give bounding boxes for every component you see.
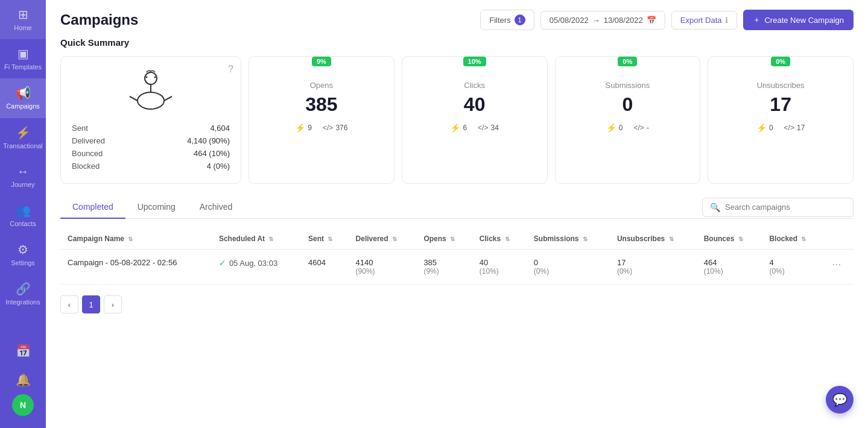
stats-list: Sent 4,604 Delivered 4,140 (90%) Bounced…: [72, 122, 230, 172]
sidebar-item-campaigns[interactable]: 📢 Campaigns: [0, 78, 46, 118]
cell-row-actions: ···: [825, 250, 854, 285]
submissions-bolt-item: ⚡ 0: [606, 123, 623, 133]
col-delivered: Delivered ⇅: [349, 228, 417, 250]
tab-archived[interactable]: Archived: [188, 196, 244, 219]
code-icon: </>: [634, 124, 644, 132]
next-page-button[interactable]: ›: [104, 295, 122, 313]
table-row: Campaign - 05-08-2022 - 02:56 ✓ 05 Aug, …: [60, 250, 854, 285]
cell-bounces: 464 (10%): [697, 250, 762, 285]
cell-sent: 4604: [301, 250, 349, 285]
clicks-value: 40: [464, 93, 486, 116]
date-to: 13/08/2022: [604, 16, 643, 25]
avatar[interactable]: N: [12, 394, 34, 416]
opens-bolt-item: ⚡ 9: [295, 123, 312, 133]
sidebar-item-settings[interactable]: ⚙ Settings: [0, 235, 46, 274]
campaigns-table: Campaign Name ⇅ Scheduled At ⇅ Sent ⇅ De…: [60, 228, 854, 285]
contacts-icon: 👥: [16, 203, 31, 218]
bell-icon: 🔔: [16, 373, 31, 387]
unsubscribes-value: 17: [770, 93, 791, 116]
col-submissions: Submissions ⇅: [527, 228, 610, 250]
filter-button[interactable]: Filters 1: [480, 10, 534, 30]
templates-icon: ▣: [17, 46, 29, 61]
stat-delivered: Delivered 4,140 (90%): [72, 134, 230, 147]
sidebar-item-label: Home: [14, 24, 31, 32]
table-header-row: Campaign Name ⇅ Scheduled At ⇅ Sent ⇅ De…: [60, 228, 854, 250]
submissions-badge: 0%: [618, 57, 637, 66]
col-sent: Sent ⇅: [301, 228, 349, 250]
page-header: Campaigns Filters 1 05/08/2022 → 13/08/2…: [60, 0, 854, 37]
filter-label: Filters: [489, 16, 510, 25]
help-icon[interactable]: ?: [228, 64, 233, 75]
cell-clicks: 40 (10%): [472, 250, 527, 285]
submissions-bolt-value: 0: [619, 124, 623, 132]
prev-page-button[interactable]: ‹: [60, 295, 78, 313]
summary-grid: ?: [60, 56, 854, 184]
create-label: Create New Campaign: [764, 16, 844, 25]
home-icon: ⊞: [18, 7, 28, 22]
clicks-code-item: </> 34: [478, 123, 499, 133]
tabs: Completed Upcoming Archived: [60, 196, 244, 218]
sidebar-item-journey[interactable]: ↔ Journey: [0, 157, 46, 196]
stat-sent-label: Sent: [72, 124, 88, 133]
svg-line-3: [164, 96, 172, 101]
journey-icon: ↔: [17, 165, 29, 178]
sidebar-item-transactional[interactable]: ⚡ Transactional: [0, 118, 46, 157]
tab-completed[interactable]: Completed: [60, 196, 125, 219]
sidebar-item-home[interactable]: ⊞ Home: [0, 0, 46, 39]
cell-scheduled-at: ✓ 05 Aug, 03:03: [212, 250, 301, 285]
sidebar-item-label: Campaigns: [6, 102, 40, 110]
clicks-bolt-value: 6: [463, 124, 467, 132]
bolt-icon: ⚡: [295, 123, 305, 133]
stat-delivered-label: Delivered: [72, 136, 105, 145]
metric-card-clicks: 10% Clicks 40 ⚡ 6 </> 34: [402, 56, 548, 184]
stat-sent: Sent 4,604: [72, 122, 230, 134]
submissions-code-item: </> -: [634, 123, 649, 133]
opens-bolt-value: 9: [308, 124, 312, 132]
create-campaign-button[interactable]: ＋ Create New Campaign: [743, 10, 854, 30]
opens-label: Opens: [310, 81, 333, 90]
unsubscribes-code-value: 17: [797, 124, 805, 132]
tabs-row: Completed Upcoming Archived 🔍: [60, 196, 854, 219]
code-icon: </>: [323, 124, 333, 132]
sidebar-item-label: Integrations: [5, 298, 40, 306]
sidebar-item-notifications[interactable]: 🔔: [0, 365, 46, 394]
date-range-picker[interactable]: 05/08/2022 → 13/08/2022 📅: [540, 11, 665, 30]
col-bounces: Bounces ⇅: [697, 228, 762, 250]
opens-code-value: 376: [335, 124, 347, 132]
quick-summary-section: Quick Summary ?: [60, 37, 854, 184]
stat-blocked-value: 4 (0%): [207, 162, 230, 171]
tab-upcoming[interactable]: Upcoming: [125, 196, 188, 219]
clicks-bolt-item: ⚡ 6: [450, 123, 467, 133]
search-input[interactable]: [725, 203, 846, 212]
calendar-picker-icon: 📅: [647, 16, 656, 25]
campaigns-icon: 📢: [16, 86, 31, 100]
sidebar-item-templates[interactable]: ▣ Fi Templates: [0, 39, 46, 78]
col-campaign-name: Campaign Name ⇅: [60, 228, 212, 250]
row-more-button[interactable]: ···: [832, 258, 841, 270]
stat-bounced-label: Bounced: [72, 149, 103, 158]
sidebar-item-calendar[interactable]: 📅: [0, 336, 46, 365]
col-actions: [825, 228, 854, 250]
export-label: Export Data: [680, 16, 722, 25]
sidebar-item-label: Settings: [11, 259, 35, 267]
unsubscribes-label: Unsubscribes: [757, 81, 805, 90]
sidebar-item-contacts[interactable]: 👥 Contacts: [0, 196, 46, 235]
opens-value: 385: [305, 93, 337, 116]
export-button[interactable]: Export Data ℹ: [671, 11, 738, 30]
sidebar-item-integrations[interactable]: 🔗 Integrations: [0, 274, 46, 313]
pagination: ‹ 1 ›: [60, 295, 854, 313]
metric-card-unsubscribes: 0% Unsubscribes 17 ⚡ 0 </> 17: [708, 56, 854, 184]
unsubscribes-code-item: </> 17: [784, 123, 805, 133]
sidebar: ⊞ Home ▣ Fi Templates 📢 Campaigns ⚡ Tran…: [0, 0, 46, 428]
chat-fab-button[interactable]: 💬: [826, 386, 854, 414]
bolt-icon: ⚡: [606, 123, 616, 133]
page-1-button[interactable]: 1: [82, 295, 100, 313]
svg-point-1: [138, 92, 164, 109]
col-opens: Opens ⇅: [416, 228, 472, 250]
search-box[interactable]: 🔍: [702, 198, 854, 217]
main-content: Campaigns Filters 1 05/08/2022 → 13/08/2…: [46, 0, 868, 428]
cell-submissions: 0 (0%): [527, 250, 610, 285]
col-clicks: Clicks ⇅: [472, 228, 527, 250]
stat-blocked-label: Blocked: [72, 162, 100, 171]
clicks-badge: 10%: [463, 57, 486, 66]
